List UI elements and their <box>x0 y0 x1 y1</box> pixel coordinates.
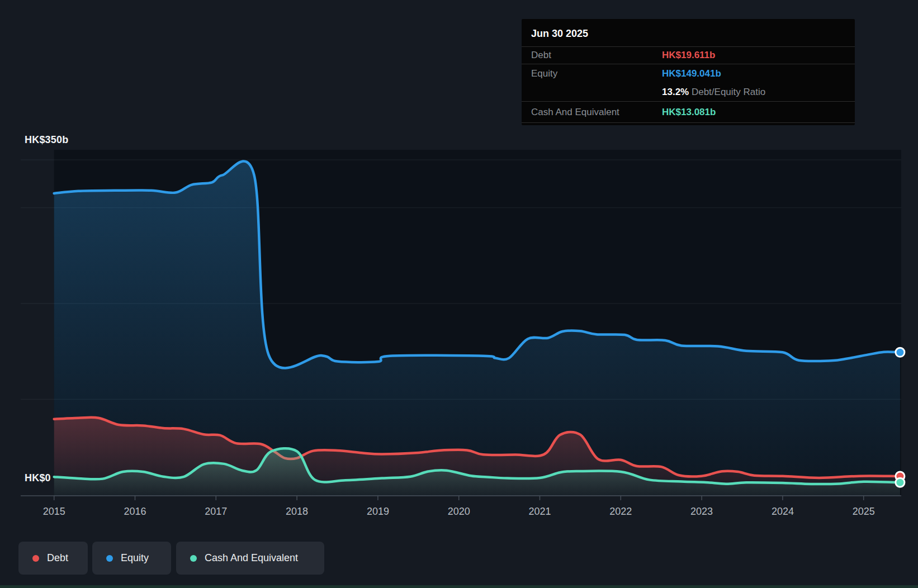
legend-debt-label: Debt <box>47 552 68 564</box>
x-label-2023: 2023 <box>690 506 713 517</box>
x-label-2022: 2022 <box>609 506 632 517</box>
tooltip-ratio-row: 13.2% Debt/Equity Ratio <box>522 83 855 102</box>
tooltip-ratio-label: Debt/Equity Ratio <box>692 87 765 97</box>
y-axis-zero-label: HK$0 <box>25 472 51 484</box>
tooltip-cash-row: Cash And Equivalent HK$13.081b <box>522 102 855 123</box>
tooltip-equity-value: HK$149.041b <box>662 68 721 79</box>
x-label-2024: 2024 <box>772 506 794 517</box>
tooltip-equity-label: Equity <box>522 68 662 79</box>
legend-equity-label: Equity <box>121 552 149 564</box>
x-label-2020: 2020 <box>448 506 470 517</box>
debt-equity-history-chart: 2015201620172018201920202021202220232024… <box>0 0 918 588</box>
tooltip-debt-value: HK$19.611b <box>662 50 715 61</box>
bottom-edge-strip <box>0 585 918 588</box>
y-axis-max-label: HK$350b <box>25 134 68 146</box>
legend-toggle-cash[interactable]: Cash And Equivalent <box>176 542 324 575</box>
tooltip-debt-label: Debt <box>522 50 662 61</box>
x-label-2016: 2016 <box>124 506 146 517</box>
debt-dot-icon <box>32 555 39 562</box>
tooltip-date: Jun 30 2025 <box>522 19 855 47</box>
tooltip-ratio-value: 13.2% <box>662 87 689 97</box>
tooltip-cash-value: HK$13.081b <box>662 107 716 118</box>
x-label-2025: 2025 <box>853 506 875 517</box>
equity-end-marker[interactable] <box>896 348 905 357</box>
tooltip-equity-row: Equity HK$149.041b <box>522 64 855 83</box>
x-label-2018: 2018 <box>286 506 308 517</box>
legend-toggle-debt[interactable]: Debt <box>18 542 88 575</box>
chart-tooltip: Jun 30 2025 Debt HK$19.611b Equity HK$14… <box>522 19 855 125</box>
legend-toggle-equity[interactable]: Equity <box>92 542 171 575</box>
legend-cash-label: Cash And Equivalent <box>205 552 298 564</box>
x-label-2019: 2019 <box>367 506 389 517</box>
equity-dot-icon <box>106 555 113 562</box>
x-label-2021: 2021 <box>528 506 551 517</box>
cash-dot-icon <box>190 555 197 562</box>
tooltip-debt-row: Debt HK$19.611b <box>522 47 855 64</box>
cash-end-marker[interactable] <box>896 478 905 487</box>
x-label-2015: 2015 <box>43 506 65 517</box>
tooltip-cash-label: Cash And Equivalent <box>522 107 662 118</box>
x-label-2017: 2017 <box>205 506 227 517</box>
